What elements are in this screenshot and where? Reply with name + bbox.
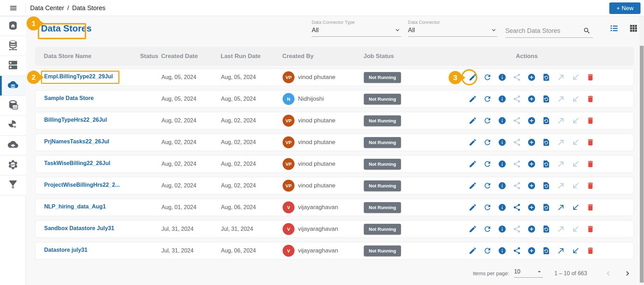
export-icon[interactable] xyxy=(557,95,565,103)
sidebar-item-data-funnel[interactable] xyxy=(0,176,26,195)
export-icon[interactable] xyxy=(557,138,565,147)
datastore-name-link[interactable]: PrjNamesTasks22_26Jul xyxy=(44,138,109,145)
delete-icon[interactable] xyxy=(586,181,595,190)
export-icon[interactable] xyxy=(557,160,565,168)
datastore-name-link[interactable]: Sandbox Datastore July31 xyxy=(44,225,114,231)
share-icon[interactable] xyxy=(513,225,521,233)
info-icon[interactable] xyxy=(498,225,506,233)
next-page-icon[interactable] xyxy=(623,269,632,278)
restore-icon[interactable] xyxy=(542,116,550,125)
refresh-icon[interactable] xyxy=(483,247,492,255)
edit-icon[interactable] xyxy=(469,95,477,103)
restore-icon[interactable] xyxy=(542,73,550,81)
share-icon[interactable] xyxy=(513,203,521,212)
export-icon[interactable] xyxy=(557,73,565,81)
add-icon[interactable] xyxy=(527,203,536,212)
delete-icon[interactable] xyxy=(586,95,595,103)
delete-icon[interactable] xyxy=(586,138,595,147)
sidebar-item-api[interactable]: API xyxy=(0,156,26,176)
new-button[interactable]: + New xyxy=(609,2,640,14)
sidebar-item-cloud-data[interactable] xyxy=(0,136,26,156)
import-icon[interactable] xyxy=(572,247,580,255)
sidebar-item-data-transform[interactable] xyxy=(0,116,26,136)
info-icon[interactable] xyxy=(498,203,506,212)
edit-icon[interactable] xyxy=(469,225,477,233)
refresh-icon[interactable] xyxy=(483,116,492,125)
scrollbar-thumb[interactable] xyxy=(640,46,644,283)
sidebar-item-data-query[interactable]: </> xyxy=(0,96,26,116)
add-icon[interactable] xyxy=(527,225,536,233)
share-icon[interactable] xyxy=(513,138,521,147)
import-icon[interactable] xyxy=(572,138,580,147)
info-icon[interactable] xyxy=(498,160,506,168)
restore-icon[interactable] xyxy=(542,138,550,147)
info-icon[interactable] xyxy=(498,181,506,190)
info-icon[interactable] xyxy=(498,95,506,103)
info-icon[interactable] xyxy=(498,73,506,81)
refresh-icon[interactable] xyxy=(483,225,492,233)
menu-icon[interactable] xyxy=(8,4,18,12)
search-input[interactable] xyxy=(505,27,579,35)
delete-icon[interactable] xyxy=(586,116,595,125)
export-icon[interactable] xyxy=(557,225,565,233)
edit-icon[interactable] xyxy=(469,247,477,255)
refresh-icon[interactable] xyxy=(483,160,492,168)
restore-icon[interactable] xyxy=(542,181,550,190)
refresh-icon[interactable] xyxy=(483,203,492,212)
datastore-name-link[interactable]: NLP_hiring_data_Aug1 xyxy=(44,204,106,210)
restore-icon[interactable] xyxy=(542,247,550,255)
delete-icon[interactable] xyxy=(586,225,595,233)
datastore-name-link[interactable]: Empl.BillingType22_29Jul xyxy=(44,73,113,80)
edit-icon[interactable] xyxy=(469,203,477,212)
edit-icon[interactable] xyxy=(469,116,477,125)
restore-icon[interactable] xyxy=(542,95,550,103)
sidebar-item-servers[interactable] xyxy=(0,56,26,76)
share-icon[interactable] xyxy=(513,181,521,190)
data-connector-type-select[interactable]: Data Connector Type All xyxy=(312,20,401,37)
import-icon[interactable] xyxy=(572,225,580,233)
refresh-icon[interactable] xyxy=(483,95,492,103)
vertical-scrollbar[interactable] xyxy=(639,16,644,285)
import-icon[interactable] xyxy=(572,95,580,103)
restore-icon[interactable] xyxy=(542,225,550,233)
refresh-icon[interactable] xyxy=(483,181,492,190)
edit-icon[interactable] xyxy=(469,73,477,81)
add-icon[interactable] xyxy=(527,181,536,190)
list-view-icon[interactable] xyxy=(609,24,619,33)
share-icon[interactable] xyxy=(513,160,521,168)
add-icon[interactable] xyxy=(527,247,536,255)
delete-icon[interactable] xyxy=(586,73,595,81)
edit-icon[interactable] xyxy=(469,181,477,190)
share-icon[interactable] xyxy=(513,73,521,81)
breadcrumb-section[interactable]: Data Center xyxy=(30,5,64,12)
add-icon[interactable] xyxy=(527,116,536,125)
add-icon[interactable] xyxy=(527,95,536,103)
import-icon[interactable] xyxy=(572,181,580,190)
datastore-name-link[interactable]: Sample Data Store xyxy=(44,95,94,101)
delete-icon[interactable] xyxy=(586,203,595,212)
delete-icon[interactable] xyxy=(586,160,595,168)
sidebar-item-data-sources[interactable] xyxy=(0,36,26,56)
add-icon[interactable] xyxy=(527,138,536,147)
datastore-name-link[interactable]: ProjectWiseBillingHrs22_2... xyxy=(44,182,120,188)
info-icon[interactable] xyxy=(498,138,506,147)
add-icon[interactable] xyxy=(527,73,536,81)
info-icon[interactable] xyxy=(498,247,506,255)
restore-icon[interactable] xyxy=(542,160,550,168)
share-icon[interactable] xyxy=(513,116,521,125)
grid-view-icon[interactable] xyxy=(629,24,638,33)
import-icon[interactable] xyxy=(572,73,580,81)
edit-icon[interactable] xyxy=(469,138,477,147)
restore-icon[interactable] xyxy=(542,203,550,212)
refresh-icon[interactable] xyxy=(483,73,492,81)
share-icon[interactable] xyxy=(513,95,521,103)
info-icon[interactable] xyxy=(498,116,506,125)
delete-icon[interactable] xyxy=(586,247,595,255)
sidebar-item-data-stores[interactable] xyxy=(0,76,26,96)
previous-page-icon[interactable] xyxy=(604,269,613,278)
add-icon[interactable] xyxy=(527,160,536,168)
sidebar-item-data-center[interactable] xyxy=(0,16,26,36)
export-icon[interactable] xyxy=(557,247,565,255)
share-icon[interactable] xyxy=(513,247,521,255)
search-icon[interactable] xyxy=(583,27,591,35)
